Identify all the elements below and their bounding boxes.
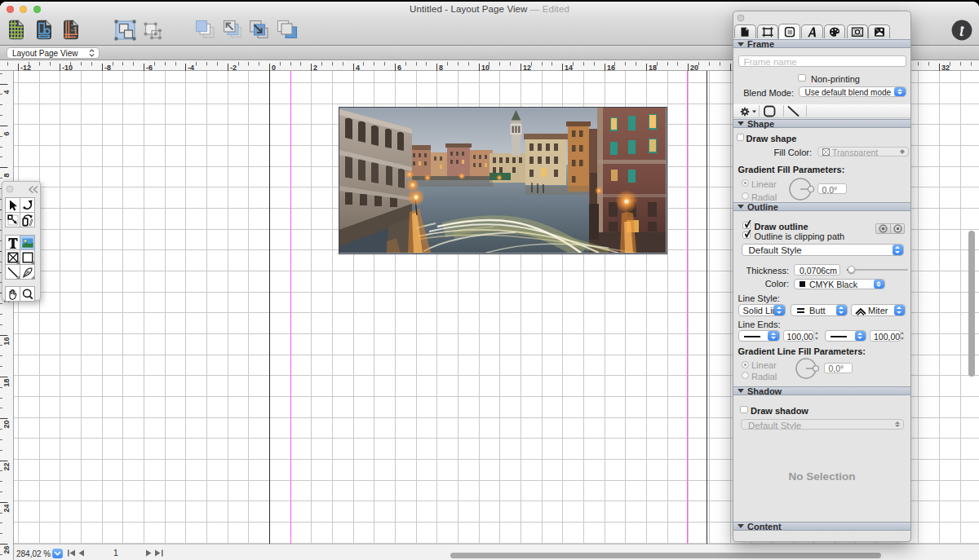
svg-text:6: 6 [2, 131, 11, 135]
svg-text:26: 26 [2, 545, 11, 553]
svg-text:18: 18 [2, 378, 11, 386]
svg-text:24: 24 [2, 504, 11, 512]
svg-text:22: 22 [2, 462, 11, 470]
svg-text:16: 16 [2, 337, 11, 345]
svg-text:20: 20 [2, 420, 11, 428]
svg-text:4: 4 [2, 90, 11, 94]
svg-text:8: 8 [2, 173, 11, 177]
svg-text:1: 1 [113, 549, 118, 557]
